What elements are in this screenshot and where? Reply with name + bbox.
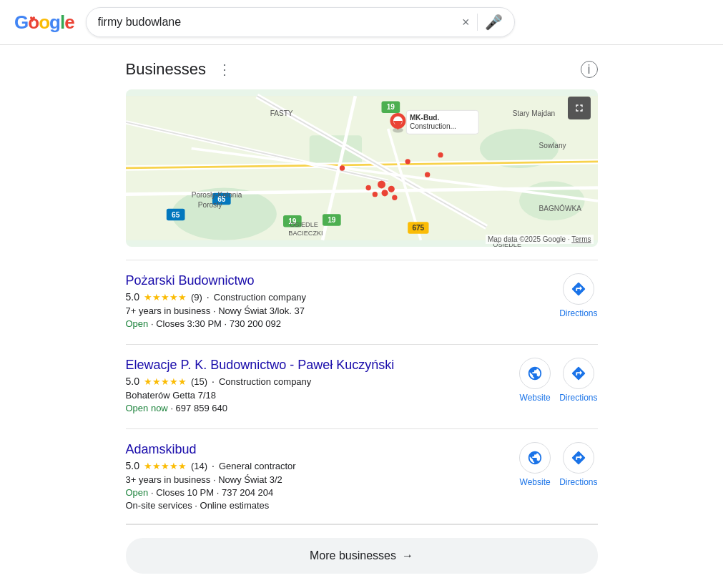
directions-button-3[interactable]: Directions xyxy=(559,442,597,487)
search-input[interactable] xyxy=(98,16,455,29)
directions-icon-3 xyxy=(563,442,594,474)
main-content: Businesses ⋮ i xyxy=(112,59,612,574)
map-attribution: Map data ©2025 Google · Terms xyxy=(486,235,594,244)
info-icon[interactable]: i xyxy=(581,61,598,78)
open-row-3: Open · Closes 10 PM · 737 204 204 xyxy=(126,487,511,498)
svg-point-55 xyxy=(438,152,443,157)
action-buttons-3: Website Directions xyxy=(519,442,597,487)
action-buttons-1: Directions xyxy=(559,273,597,318)
category-1: Construction company xyxy=(214,292,306,303)
directions-label-2: Directions xyxy=(559,393,597,403)
svg-point-52 xyxy=(339,165,344,170)
svg-text:Porosły: Porosły xyxy=(197,201,222,209)
rating-row-3: 5.0 ★★★★★ (14) · General contractor xyxy=(126,460,511,471)
rating-count-2: (15) xyxy=(191,376,207,387)
svg-text:Porosły-Kolonia: Porosły-Kolonia xyxy=(191,191,242,199)
more-options-button[interactable]: ⋮ xyxy=(213,59,236,79)
svg-text:19: 19 xyxy=(328,216,336,224)
businesses-title-row: Businesses ⋮ xyxy=(126,59,237,79)
svg-text:65: 65 xyxy=(172,211,180,219)
directions-button-2[interactable]: Directions xyxy=(559,358,597,403)
business-item-2: Elewacje P. K. Budownictwo - Paweł Kuczy… xyxy=(126,345,598,429)
website-button-3[interactable]: Website xyxy=(519,442,551,487)
extra-detail-3: On-site services · Online estimates xyxy=(126,500,511,511)
open-detail-2: · 697 859 640 xyxy=(170,403,227,413)
business-info-3: Adamskibud 5.0 ★★★★★ (14) · General cont… xyxy=(126,442,511,511)
mic-icon[interactable]: 🎤 xyxy=(485,14,503,31)
svg-point-50 xyxy=(392,195,397,200)
search-clear-button[interactable]: × xyxy=(462,15,470,30)
svg-point-54 xyxy=(425,172,430,177)
header: G o ♥ ogle × 🎤 xyxy=(0,0,723,45)
svg-point-51 xyxy=(365,185,370,190)
svg-point-49 xyxy=(372,192,377,197)
more-businesses-label: More businesses xyxy=(310,549,396,562)
businesses-header: Businesses ⋮ i xyxy=(126,59,598,79)
rating-score-3: 5.0 xyxy=(126,460,139,471)
svg-text:675: 675 xyxy=(412,224,424,232)
category-3: General contractor xyxy=(219,461,296,471)
svg-text:MK-Bud.: MK-Bud. xyxy=(409,114,439,122)
action-buttons-2: Website Directions xyxy=(519,358,597,403)
open-detail-3: · Closes 10 PM · 737 204 204 xyxy=(151,487,273,498)
rating-count-3: (14) xyxy=(191,461,207,471)
svg-point-47 xyxy=(381,190,388,196)
open-status-1: Open xyxy=(126,318,149,329)
open-row-2: Open now · 697 859 640 xyxy=(126,403,511,413)
business-info-1: Pożarski Budownictwo 5.0 ★★★★★ (9) · Con… xyxy=(126,273,551,331)
open-row-1: Open · Closes 3:30 PM · 730 200 092 xyxy=(126,318,551,329)
svg-text:Sowlany: Sowlany xyxy=(538,142,566,150)
directions-button-1[interactable]: Directions xyxy=(559,273,597,318)
rating-count-1: (9) xyxy=(191,292,202,303)
directions-label-1: Directions xyxy=(559,308,597,318)
action-group-3: Website Directions xyxy=(519,442,597,487)
more-businesses-arrow: → xyxy=(402,549,413,562)
stars-1: ★★★★★ xyxy=(144,292,187,303)
map-container[interactable]: 19 19 19 65 65 676 676 675 FASTY Porosły… xyxy=(126,89,598,247)
open-status-2: Open now xyxy=(126,403,168,413)
directions-label-3: Directions xyxy=(559,477,597,487)
rating-row-2: 5.0 ★★★★★ (15) · Construction company xyxy=(126,376,511,387)
detail-row-1: 7+ years in business · Nowy Świat 3/lok.… xyxy=(126,305,551,316)
svg-point-48 xyxy=(388,186,394,192)
open-detail-1: · Closes 3:30 PM · 730 200 092 xyxy=(151,318,281,329)
business-item-3: Adamskibud 5.0 ★★★★★ (14) · General cont… xyxy=(126,429,598,524)
business-name-3[interactable]: Adamskibud xyxy=(126,442,511,457)
website-icon-2 xyxy=(519,358,551,389)
website-label-3: Website xyxy=(520,477,551,487)
category-2: Construction company xyxy=(219,376,311,387)
svg-text:BAGNÓWKA: BAGNÓWKA xyxy=(538,204,581,212)
more-businesses-button[interactable]: More businesses → xyxy=(126,538,598,574)
website-button-2[interactable]: Website xyxy=(519,358,551,403)
action-group-2: Website Directions xyxy=(519,358,597,403)
svg-text:Stary Majdan: Stary Majdan xyxy=(512,109,554,117)
directions-icon-2 xyxy=(563,358,594,389)
search-divider xyxy=(477,14,478,31)
stars-3: ★★★★★ xyxy=(144,461,187,471)
business-info-2: Elewacje P. K. Budownictwo - Paweł Kuczy… xyxy=(126,358,511,416)
business-name-1[interactable]: Pożarski Budownictwo xyxy=(126,273,551,288)
map-expand-button[interactable] xyxy=(568,97,591,119)
search-bar: × 🎤 xyxy=(86,7,515,37)
stars-2: ★★★★★ xyxy=(144,376,187,387)
svg-text:Construction...: Construction... xyxy=(409,122,456,130)
business-item: Pożarski Budownictwo 5.0 ★★★★★ (9) · Con… xyxy=(126,260,598,345)
businesses-title: Businesses xyxy=(126,60,207,79)
svg-text:OSIEDLE: OSIEDLE xyxy=(290,222,318,229)
svg-text:BACIECZKI: BACIECZKI xyxy=(288,230,323,237)
map-image: 19 19 19 65 65 676 676 675 FASTY Porosły… xyxy=(126,89,598,247)
open-status-3: Open xyxy=(126,487,149,498)
business-name-2[interactable]: Elewacje P. K. Budownictwo - Paweł Kuczy… xyxy=(126,358,511,373)
svg-text:FASTY: FASTY xyxy=(270,109,292,117)
divider xyxy=(126,524,598,525)
svg-point-53 xyxy=(405,159,410,164)
website-label-2: Website xyxy=(520,393,551,403)
google-logo[interactable]: G o ♥ ogle xyxy=(14,11,74,34)
directions-icon-1 xyxy=(563,273,594,305)
website-icon-3 xyxy=(519,442,551,474)
svg-point-46 xyxy=(378,180,385,188)
business-list: Pożarski Budownictwo 5.0 ★★★★★ (9) · Con… xyxy=(126,260,598,524)
rating-row-1: 5.0 ★★★★★ (9) · Construction company xyxy=(126,291,551,303)
detail-row-3: 3+ years in business · Nowy Świat 3/2 xyxy=(126,474,511,485)
svg-text:19: 19 xyxy=(386,103,395,111)
